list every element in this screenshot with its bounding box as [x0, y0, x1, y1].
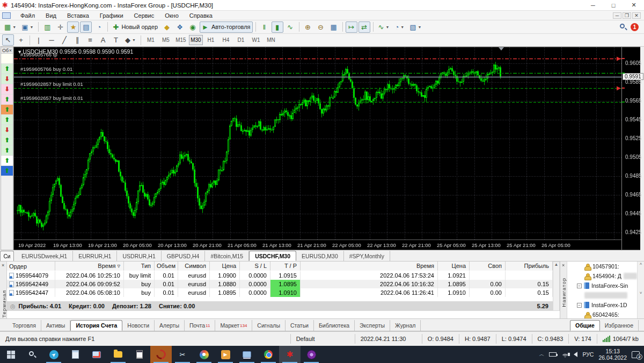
navigator-item[interactable]: −InstaForex-Sin: [567, 281, 637, 291]
chart-shift-button[interactable]: ⇄: [358, 21, 370, 33]
navigator-close-icon[interactable]: ×: [562, 263, 565, 268]
menu-Сервис[interactable]: Сервис: [129, 12, 160, 19]
experts-button[interactable]: ❖: [174, 21, 186, 33]
arrows-tool[interactable]: ◆▼: [123, 34, 138, 46]
signal-row-7[interactable]: ⬆: [1, 115, 13, 125]
zoom-in-button[interactable]: ⊕: [302, 21, 314, 33]
media-app-icon[interactable]: ▶: [215, 346, 236, 363]
terminal-tab-Алерты[interactable]: Алерты: [155, 320, 185, 331]
vertical-line-tool[interactable]: |: [33, 34, 45, 46]
column-header-Цена[interactable]: Цена: [438, 262, 470, 271]
candle-chart-button[interactable]: ▮: [272, 21, 283, 33]
signal-row-6[interactable]: ⬆: [1, 105, 13, 115]
menu-Окно[interactable]: Окно: [159, 12, 184, 19]
terminal-tab-Эксперты[interactable]: Эксперты: [355, 320, 390, 331]
tile-windows-button[interactable]: ▦: [328, 21, 340, 33]
time-axis[interactable]: 19 Apr 202219 Apr 13:0019 Apr 21:0020 Ap…: [14, 239, 621, 250]
data-window-button[interactable]: ✛: [54, 21, 66, 33]
terminal-tab-История Счета[interactable]: История Счета: [70, 320, 122, 331]
column-header-Цена[interactable]: Цена: [210, 262, 240, 271]
column-header-S / L[interactable]: S / L: [240, 262, 270, 271]
active-app-icon[interactable]: [150, 346, 172, 363]
search-icon[interactable]: [620, 24, 626, 30]
action-center-icon[interactable]: 2: [632, 351, 640, 358]
chart-window[interactable]: ▾ USDCHF,M30 0.9595 0.9598 0.9590 0.9591…: [13, 47, 640, 250]
child-minimize-button[interactable]: ─: [613, 12, 621, 19]
auto-trading-button[interactable]: ►Авто-торговля: [200, 21, 253, 33]
crosshair-tool[interactable]: +: [15, 34, 27, 46]
trendline-tool[interactable]: ╱: [58, 34, 70, 46]
navigator-button[interactable]: ★: [67, 21, 79, 33]
autoscroll-button[interactable]: ↦: [346, 21, 357, 33]
timeframe-MN[interactable]: MN: [264, 35, 278, 45]
signal-row-12[interactable]: ⬆: [1, 166, 13, 176]
chart-tab-USDRUR,H1[interactable]: USDRUR,H1: [117, 251, 161, 261]
signal-row-10[interactable]: ⬆: [1, 146, 13, 156]
new-chart-button[interactable]: ▦▼: [2, 21, 18, 33]
chart-tab-#Bitcoin,M15[interactable]: #Bitcoin,M15: [205, 251, 249, 261]
timeframe-M15[interactable]: M15: [174, 35, 188, 45]
signal-row-8[interactable]: ⬇: [1, 125, 13, 135]
cursor-tool[interactable]: ↖: [2, 34, 14, 46]
terminal-tab-Библиотека[interactable]: Библиотека: [314, 320, 355, 331]
column-header-Тип[interactable]: Тип: [124, 262, 155, 271]
menu-Графики[interactable]: Графики: [94, 12, 129, 19]
terminal-tab-Журнал[interactable]: Журнал: [390, 320, 421, 331]
minimize-button[interactable]: ─: [583, 0, 603, 10]
candlestick-chart[interactable]: [14, 47, 621, 239]
templates-button[interactable]: ▧▼: [407, 21, 423, 33]
signal-row-3[interactable]: ⬇: [1, 74, 13, 84]
notification-badge[interactable]: 1: [631, 23, 639, 31]
battery-icon[interactable]: [549, 352, 557, 357]
signal-row-9[interactable]: ⬆: [1, 135, 13, 146]
timeframe-H1[interactable]: H1: [204, 35, 218, 45]
news-button[interactable]: ◉: [187, 21, 199, 33]
column-header-Прибыль[interactable]: Прибыль: [506, 262, 553, 271]
timeframe-M1[interactable]: M1: [144, 35, 158, 45]
signal-row-4[interactable]: ⬇: [1, 84, 13, 95]
paint-icon[interactable]: [193, 346, 215, 363]
navigator-scrollbar[interactable]: ˄˅: [637, 262, 644, 318]
chart-tab-USDCHF,M30[interactable]: USDCHF,M30: [249, 251, 296, 261]
navigator-tab-Избранное[interactable]: Избранное: [600, 320, 639, 331]
calculator-icon[interactable]: [129, 346, 150, 363]
chart-tab-EURUSD,M30[interactable]: EURUSD,M30: [296, 251, 344, 261]
navigator-item[interactable]: 1454904: Д: [567, 271, 637, 281]
remote-desktop-icon[interactable]: [236, 346, 258, 363]
volume-icon[interactable]: [574, 352, 577, 357]
table-row[interactable]: 19595440792022.04.06 10:25:10buy limit0.…: [7, 271, 553, 280]
menu-Вставка[interactable]: Вставка: [62, 12, 94, 19]
chrome-icon[interactable]: [258, 346, 279, 363]
tree-expander-icon[interactable]: −: [577, 284, 582, 288]
timeframe-M5[interactable]: M5: [159, 35, 173, 45]
terminal-tab-Почта[interactable]: Почта11: [185, 320, 215, 331]
signal-row-2[interactable]: ⬆: [1, 64, 13, 74]
market-watch-button[interactable]: ▥: [41, 21, 53, 33]
column-header-Время[interactable]: Время: [301, 262, 438, 271]
chart-tab-EURRUR,H1[interactable]: EURRUR,H1: [73, 251, 117, 261]
table-row[interactable]: 19595424492022.04.06 09:09:52buy0.01euru…: [7, 280, 553, 288]
navigator-item[interactable]: −InstaForex-1D: [567, 300, 637, 310]
telegram-icon[interactable]: ➤: [43, 346, 64, 363]
column-header-Символ[interactable]: Символ: [178, 262, 210, 271]
profiles-button[interactable]: ▣▼: [19, 21, 35, 33]
screen-app-icon[interactable]: [86, 346, 107, 363]
periods-button[interactable]: ◔▼: [392, 21, 406, 33]
chart-tab-edge[interactable]: Си: [0, 251, 14, 261]
terminal-tab-Торговля[interactable]: Торговля: [8, 320, 41, 331]
timeframe-W1[interactable]: W1: [249, 35, 263, 45]
child-restore-button[interactable]: ❐: [623, 12, 631, 19]
signal-row-5[interactable]: ⬆: [1, 95, 13, 105]
navigator-item[interactable]: [567, 291, 637, 300]
file-explorer-icon[interactable]: [107, 346, 129, 363]
menu-Файл[interactable]: Файл: [15, 12, 40, 19]
table-row[interactable]: 19595424472022.04.06 05:08:10buy0.01euru…: [7, 288, 553, 297]
chart-tab-GBPUSD,H4[interactable]: GBPUSD,H4: [162, 251, 206, 261]
start-button[interactable]: [0, 346, 21, 363]
menu-Вид[interactable]: Вид: [40, 12, 62, 19]
signal-row-11[interactable]: ⬆: [1, 156, 13, 166]
notepad-icon[interactable]: [64, 346, 86, 363]
metaeditor-button[interactable]: ◆: [161, 21, 173, 33]
navigator-tab-Общие[interactable]: Общие: [570, 320, 600, 331]
terminal-tab-Маркет[interactable]: Маркет134: [215, 320, 252, 331]
